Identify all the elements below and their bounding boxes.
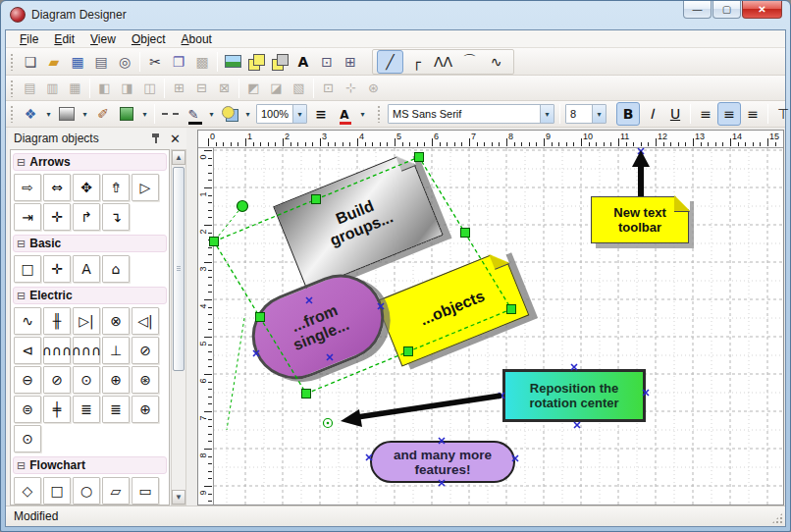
palette-close-icon[interactable]: ✕ (170, 132, 181, 146)
palette-item-ground[interactable]: ⊥ (102, 337, 130, 364)
italic-button[interactable]: I (640, 102, 663, 126)
palette-item-current-source[interactable]: ⊙ (14, 425, 41, 452)
palette-item-inductor-alt[interactable]: ∩∩∩ (73, 337, 100, 364)
shape-reposition-rotation-center[interactable]: Reposition the rotation center (502, 369, 646, 422)
scrollbar-thumb[interactable] (173, 167, 185, 371)
space-equal-button[interactable]: ▧ (288, 78, 310, 99)
line-tool-button[interactable]: ╱ (377, 50, 403, 74)
palette-item-process-rect[interactable]: □ (43, 477, 71, 505)
line-color-button[interactable] (182, 102, 205, 126)
print-preview-button[interactable]: ◎ (113, 50, 136, 74)
align-bottoms-button[interactable]: ◨ (116, 78, 138, 99)
palette-item-diode[interactable]: ▷| (73, 307, 100, 335)
align-center-button[interactable]: ≡ (717, 102, 741, 126)
section-header-flowchart[interactable]: ⊟Flowchart (13, 456, 167, 474)
font-size-combo[interactable]: 8▾ (565, 104, 606, 124)
insert-image-button[interactable] (221, 50, 244, 74)
arrange-tree-button[interactable]: ⊡ (317, 78, 340, 99)
font-toolbar-grip[interactable] (377, 105, 382, 123)
palette-item-transistor[interactable]: ⊲ (14, 337, 41, 364)
palette-item-rectangle[interactable]: □ (14, 255, 41, 283)
palette-item-arrow-corner-down[interactable]: ↴ (102, 203, 130, 231)
palette-item-diode-circle[interactable]: ⊕ (102, 366, 130, 394)
collapse-icon[interactable]: ⊟ (17, 290, 26, 302)
copy-button[interactable]: ❐ (167, 50, 190, 74)
gradient-dropdown[interactable]: ▾ (79, 102, 91, 126)
palette-item-arrow-cross[interactable]: ✛ (43, 203, 71, 231)
fill-color-button[interactable]: ❖ (19, 102, 42, 126)
gradient-button[interactable] (55, 102, 79, 126)
collapse-icon[interactable]: ⊟ (17, 459, 26, 472)
pin-icon[interactable] (150, 133, 162, 144)
font-color-button[interactable] (333, 102, 356, 126)
palette-item-arrow-four-way[interactable]: ✥ (73, 174, 100, 201)
transparency-button[interactable] (218, 102, 241, 126)
arrange-right-button[interactable]: ⊛ (362, 78, 385, 99)
palette-item-parallelogram-io[interactable]: ▱ (102, 477, 130, 505)
collapse-icon[interactable]: ⊟ (17, 156, 26, 169)
font-color-dropdown[interactable]: ▾ (356, 102, 369, 126)
palette-item-polygon[interactable]: ⌂ (102, 255, 130, 283)
align-centers-button[interactable]: ▦ (64, 78, 86, 99)
transform-points-button[interactable]: ⊞ (339, 50, 362, 74)
palette-item-arrow-chevron[interactable]: ▷ (132, 174, 159, 201)
palette-item-point-marker[interactable]: ✛ (43, 255, 71, 283)
palette-item-transistor-circle-4[interactable]: ⊙ (73, 366, 100, 394)
menu-edit[interactable]: Edit (46, 31, 82, 47)
palette-item-arrow-callout-right[interactable]: ⇥ (14, 203, 41, 231)
zigzag-line-button[interactable]: ΛΛ (430, 50, 456, 74)
palette-item-inductor[interactable]: ∩∩∩ (43, 337, 71, 364)
palette-item-display-shape[interactable]: ▭ (132, 477, 159, 505)
palette-item-text-a[interactable]: A (73, 255, 100, 283)
line-width-button[interactable]: ≡ (309, 102, 333, 126)
menu-object[interactable]: Object (124, 31, 174, 47)
align-toolbar-grip[interactable] (10, 80, 15, 97)
open-button[interactable]: ▰ (42, 50, 66, 74)
palette-item-zener-diode[interactable]: ◁| (132, 307, 159, 335)
zoom-combo-dropdown-icon[interactable]: ▾ (292, 105, 306, 123)
palette-item-arrow-right[interactable]: ⇨ (14, 174, 41, 201)
valign-top-button[interactable]: ⊤ (771, 102, 791, 126)
palette-item-battery[interactable]: ╪ (43, 396, 71, 423)
palette-item-transformer[interactable]: ≣ (73, 396, 100, 423)
palette-item-arrow-left-right[interactable]: ⇔ (43, 174, 71, 201)
arc-line-button[interactable]: ⌒ (456, 50, 483, 74)
underline-button[interactable]: U (663, 102, 687, 126)
arrange-left-button[interactable]: ⊹ (340, 78, 362, 99)
insert-text-button[interactable]: A (291, 50, 315, 74)
palette-item-capacitor[interactable]: ╫ (43, 307, 71, 335)
curve-line-button[interactable]: ∿ (483, 50, 509, 74)
group-select-button[interactable]: ⊡ (315, 50, 339, 74)
section-header-arrows[interactable]: ⊟Arrows (13, 153, 167, 171)
palette-item-transformer-core[interactable]: ≣ (102, 396, 130, 423)
same-size-button[interactable]: ⊠ (213, 78, 236, 99)
palette-item-decision-diamond[interactable]: ◇ (14, 477, 41, 505)
transparency-dropdown[interactable]: ▾ (241, 102, 254, 126)
save-button[interactable]: ▦ (66, 50, 89, 74)
scroll-down-icon[interactable]: ▼ (172, 490, 185, 505)
palette-item-transistor-circle[interactable]: ⊘ (132, 337, 159, 364)
paste-button[interactable]: ▩ (190, 50, 214, 74)
close-button[interactable]: ✕ (742, 1, 782, 19)
elbow-line-button[interactable]: ┌ (403, 50, 430, 74)
palette-item-diode-circle-2[interactable]: ⊛ (132, 366, 159, 394)
shape-new-text-toolbar[interactable]: New text toolbar (591, 196, 689, 243)
section-header-basic[interactable]: ⊟Basic (13, 235, 167, 252)
fill-color-dropdown[interactable]: ▾ (42, 102, 55, 126)
palette-item-lamp[interactable]: ⊗ (102, 307, 130, 335)
menu-file[interactable]: File (12, 31, 46, 47)
line-color-dropdown[interactable]: ▾ (205, 102, 218, 126)
main-toolbar-grip[interactable] (10, 53, 15, 71)
collapse-icon[interactable]: ⊟ (17, 238, 26, 250)
cut-button[interactable]: ✂ (143, 50, 167, 74)
scroll-up-icon[interactable]: ▲ (172, 150, 185, 165)
font-size-combo-dropdown-icon[interactable]: ▾ (592, 105, 606, 123)
shape-color-dropdown[interactable]: ▾ (138, 102, 151, 126)
palette-item-resistor[interactable]: ∿ (14, 307, 41, 335)
space-across-button[interactable]: ◩ (242, 78, 265, 99)
new-button[interactable]: ❏ (19, 50, 42, 74)
bold-button[interactable]: B (616, 102, 640, 126)
align-right-button[interactable]: ≡ (741, 102, 765, 126)
menu-about[interactable]: About (174, 31, 220, 47)
palette-item-mosfet[interactable]: ⊜ (14, 396, 41, 423)
